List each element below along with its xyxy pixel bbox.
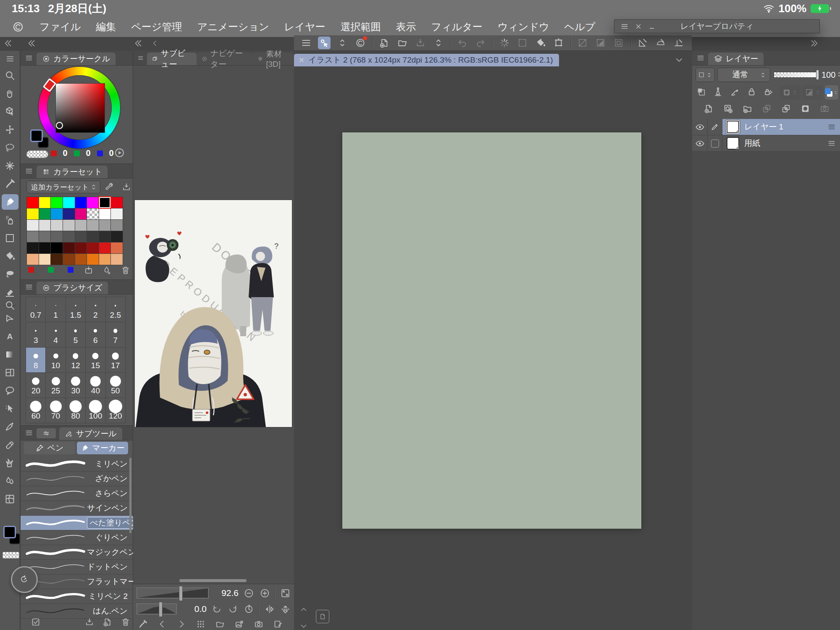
subview-rotate-button[interactable] (279, 603, 291, 615)
sub-tool-item[interactable]: ドットペン (21, 560, 133, 575)
color-swatch[interactable] (75, 254, 87, 265)
command-button[interactable] (636, 37, 649, 49)
color-swatch[interactable] (99, 197, 111, 208)
brush-size-cell[interactable]: 50 (106, 373, 125, 398)
menu-item[interactable]: ファイル (39, 20, 81, 34)
subview-rotate-slider[interactable] (136, 604, 177, 614)
subview-zoom-button[interactable] (243, 587, 255, 599)
color-swatch[interactable] (111, 243, 123, 253)
opacity-stepper-icon[interactable] (836, 71, 840, 78)
layer-action-button[interactable] (760, 102, 773, 115)
command-button[interactable] (474, 37, 487, 49)
subview-zoom-button[interactable] (279, 587, 291, 599)
tool-button[interactable] (2, 140, 18, 156)
tool-property-mini-tab[interactable] (37, 428, 56, 438)
layer-quick-button[interactable] (745, 85, 758, 98)
tool-button[interactable] (2, 285, 18, 300)
subview-rotate-button[interactable] (227, 603, 239, 615)
tool-button[interactable] (2, 419, 18, 435)
color-swatch[interactable] (39, 254, 51, 265)
subview-hscrollbar[interactable] (179, 579, 247, 582)
brush-size-cell[interactable]: 25 (46, 373, 65, 398)
tool-button[interactable] (2, 266, 18, 282)
brush-size-cell[interactable]: 1 (46, 297, 65, 322)
subview-zoom-slider[interactable] (136, 588, 209, 598)
tool-button[interactable] (2, 122, 18, 137)
color-swatch[interactable] (111, 231, 123, 242)
command-button[interactable] (630, 37, 631, 49)
opacity-value[interactable]: 100 (822, 70, 835, 80)
group-tab-marker[interactable]: マーカー (77, 442, 128, 454)
brush-size-cell[interactable]: 10 (46, 348, 65, 372)
collapse-single-icon[interactable] (151, 40, 159, 47)
menu-item[interactable]: 選択範囲 (340, 20, 381, 34)
color-history-icon[interactable] (114, 147, 125, 158)
opacity-slider[interactable] (774, 72, 818, 78)
layer-row[interactable]: レイヤー 1 (692, 119, 840, 135)
color-swatch[interactable] (39, 197, 51, 208)
panel-menu-icon[interactable] (25, 54, 33, 62)
brush-size-cell[interactable]: 2.5 (106, 297, 125, 322)
sub-tool-item[interactable]: ぐりペン (21, 530, 133, 545)
color-swatch[interactable] (63, 231, 75, 242)
layer-edit-cell[interactable] (708, 119, 722, 135)
layer-row[interactable]: 用紙 (692, 135, 840, 152)
brush-size-cell[interactable]: 80 (66, 398, 85, 423)
sub-tool-item[interactable]: べた塗りペン (21, 516, 133, 530)
brush-size-cell[interactable]: 2 (86, 297, 105, 322)
brush-size-cell[interactable]: 0.7 (26, 297, 45, 322)
color-swatch[interactable] (51, 208, 63, 219)
color-swatch[interactable] (39, 220, 51, 231)
brush-size-cell[interactable]: 12 (66, 348, 85, 372)
color-swatch[interactable] (99, 231, 111, 242)
subview-rotate-button[interactable] (243, 603, 255, 615)
color-swatch[interactable] (87, 197, 99, 208)
color-swatch[interactable] (87, 254, 99, 265)
tool-button[interactable] (2, 347, 18, 362)
layer-name[interactable]: レイヤー 1 (744, 121, 783, 132)
command-button[interactable] (576, 37, 589, 49)
subview-nav-button[interactable] (176, 619, 187, 630)
show-all-checkbox-icon[interactable] (31, 617, 41, 627)
command-button[interactable] (432, 37, 445, 49)
color-swatch[interactable] (111, 220, 123, 231)
rotate-canvas-button[interactable] (11, 566, 38, 593)
layer-action-button[interactable] (818, 102, 831, 115)
color-swatch[interactable] (111, 254, 123, 265)
color-swatch[interactable] (99, 254, 111, 265)
layer-checkbox[interactable] (711, 140, 719, 148)
channel-chip[interactable] (97, 150, 103, 156)
transparent-color-chip[interactable] (3, 552, 19, 559)
brush-size-cell[interactable]: 7 (106, 322, 125, 347)
tab-color-circle[interactable]: カラーサークル (37, 53, 116, 65)
reference-image[interactable]: DO NO REPRODUCTION bsky.social (135, 200, 292, 427)
command-button[interactable] (498, 37, 511, 49)
sub-tool-item[interactable]: はん.ペン (21, 604, 133, 619)
layer-menu-icon[interactable] (827, 139, 836, 148)
brush-size-cell[interactable]: 15 (86, 348, 105, 372)
command-button[interactable] (516, 37, 529, 49)
layer-quick-button[interactable] (695, 85, 707, 98)
document-tab[interactable]: イラスト 2 (768 x 1024px 72dpi 126.3% : RGB:… (294, 54, 559, 66)
tool-button[interactable] (2, 212, 18, 228)
command-button[interactable] (594, 37, 607, 49)
channel-chip[interactable] (51, 150, 57, 156)
command-button[interactable] (372, 37, 373, 49)
footer-chip[interactable] (28, 267, 34, 273)
reference-layer-combo[interactable] (780, 85, 801, 100)
expand-timeline-down-icon[interactable] (299, 622, 308, 630)
layer-visibility-toggle[interactable] (692, 119, 708, 135)
sub-tool-item[interactable]: ミリペン (21, 457, 133, 472)
subview-tab[interactable]: ナビゲーター (197, 53, 252, 65)
tab-color-set[interactable]: カラーセット (37, 166, 108, 178)
tool-button[interactable] (2, 401, 18, 416)
subview-zoom-button[interactable] (275, 587, 275, 599)
color-swatch[interactable] (51, 243, 63, 253)
pen-list-scrollbar[interactable] (129, 458, 131, 533)
command-button[interactable] (570, 37, 571, 49)
subview-tab[interactable]: 素材[3D] (252, 53, 294, 65)
tool-button[interactable] (2, 365, 18, 380)
color-swatch[interactable] (75, 220, 87, 231)
subview-nav-button[interactable] (157, 619, 168, 630)
panel-menu-icon[interactable] (25, 283, 33, 291)
